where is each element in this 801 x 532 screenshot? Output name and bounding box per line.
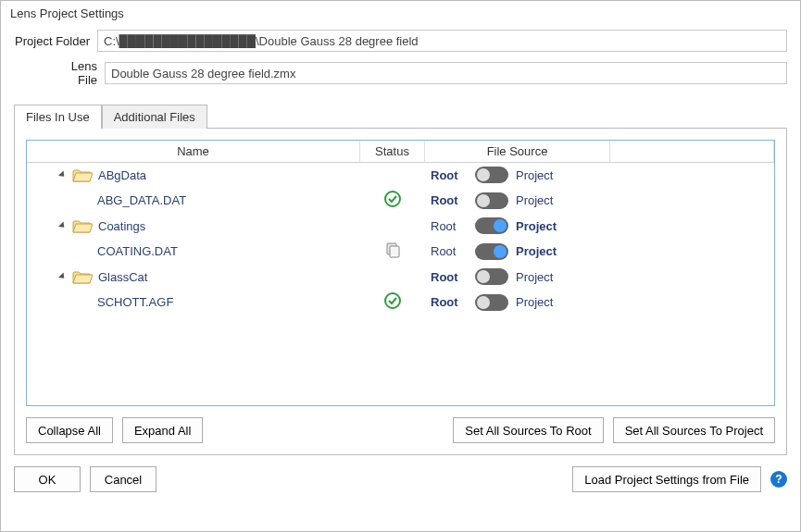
folder-icon <box>72 218 93 233</box>
source-root-label: Root <box>431 270 468 284</box>
source-root-label: Root <box>431 295 468 309</box>
status-ok-icon <box>384 196 401 210</box>
tree-folder-row[interactable]: ABgDataRootProject <box>27 163 774 187</box>
project-folder-label: Project Folder <box>14 34 97 48</box>
source-project-label: Project <box>516 193 553 207</box>
tree-folder-row[interactable]: GlassCatRootProject <box>27 265 774 289</box>
lens-file-label: Lens File <box>49 59 105 87</box>
source-toggle[interactable] <box>475 243 508 260</box>
source-root-label: Root <box>431 244 468 258</box>
cancel-button[interactable]: Cancel <box>90 466 156 492</box>
source-toggle-group: RootProject <box>431 243 605 260</box>
grid-button-row: Collapse All Expand All Set All Sources … <box>26 417 775 443</box>
tree-folder-row[interactable]: CoatingsRootProject <box>27 214 774 238</box>
source-root-label: Root <box>431 193 468 207</box>
status-ok-icon <box>384 298 401 312</box>
status-cell <box>360 265 425 289</box>
source-root-label: Root <box>431 168 468 182</box>
ok-button[interactable]: OK <box>14 466 81 492</box>
tree-file-row[interactable]: SCHOTT.AGFRootProject <box>27 289 774 315</box>
expander-icon[interactable] <box>58 272 67 280</box>
file-grid: Name Status File Source ABgDataRootProje… <box>26 140 775 406</box>
item-name: ABG_DATA.DAT <box>97 193 186 207</box>
item-name: GlassCat <box>98 270 147 284</box>
source-toggle[interactable] <box>475 268 508 285</box>
source-toggle-group: RootProject <box>431 167 605 183</box>
project-folder-input[interactable] <box>97 30 787 52</box>
item-name: Coatings <box>98 219 145 233</box>
item-name: SCHOTT.AGF <box>97 295 173 309</box>
expander-icon[interactable] <box>58 170 67 179</box>
source-project-label: Project <box>516 244 553 258</box>
status-cell <box>360 163 425 187</box>
folder-icon <box>72 269 93 284</box>
project-folder-row: Project Folder <box>14 30 787 52</box>
status-cell <box>360 238 425 265</box>
status-cell <box>360 187 425 214</box>
tab-panel-files-in-use: Name Status File Source ABgDataRootProje… <box>14 128 787 455</box>
load-from-file-button[interactable]: Load Project Settings from File <box>572 466 761 492</box>
source-project-label: Project <box>516 168 553 182</box>
help-icon[interactable]: ? <box>770 471 787 488</box>
expander-icon[interactable] <box>58 221 67 229</box>
source-toggle-group: RootProject <box>431 294 605 311</box>
lens-file-row: Lens File <box>49 59 787 87</box>
set-all-root-button[interactable]: Set All Sources To Root <box>453 417 603 443</box>
status-copy-icon <box>384 247 401 261</box>
dialog-button-bar: OK Cancel Load Project Settings from Fil… <box>1 455 800 503</box>
source-toggle-group: RootProject <box>431 192 605 209</box>
set-all-project-button[interactable]: Set All Sources To Project <box>613 417 775 443</box>
header-status[interactable]: Status <box>360 141 425 163</box>
lens-file-input[interactable] <box>105 62 787 84</box>
header-source[interactable]: File Source <box>425 141 610 163</box>
folder-icon <box>72 167 93 182</box>
status-cell <box>360 214 425 238</box>
source-project-label: Project <box>516 270 553 284</box>
source-project-label: Project <box>516 219 553 233</box>
source-toggle[interactable] <box>475 294 508 311</box>
status-cell <box>360 289 425 315</box>
item-name: ABgData <box>98 168 146 182</box>
header-name[interactable]: Name <box>27 141 360 163</box>
source-project-label: Project <box>516 295 553 309</box>
window-title: Lens Project Settings <box>1 1 800 26</box>
tabstrip: Files In Use Additional Files <box>14 105 787 129</box>
expand-all-button[interactable]: Expand All <box>122 417 203 443</box>
tree-file-row[interactable]: ABG_DATA.DATRootProject <box>27 187 774 214</box>
tab-additional-files[interactable]: Additional Files <box>102 105 207 129</box>
source-toggle[interactable] <box>475 192 508 209</box>
item-name: COATING.DAT <box>97 244 178 258</box>
collapse-all-button[interactable]: Collapse All <box>26 417 113 443</box>
source-toggle[interactable] <box>475 217 508 234</box>
grid-header: Name Status File Source <box>27 141 774 163</box>
tab-files-in-use[interactable]: Files In Use <box>14 105 102 129</box>
tree-file-row[interactable]: COATING.DATRootProject <box>27 238 774 265</box>
header-spacer <box>610 141 774 163</box>
source-toggle-group: RootProject <box>431 268 605 285</box>
source-toggle[interactable] <box>475 167 508 183</box>
source-toggle-group: RootProject <box>431 217 605 234</box>
source-root-label: Root <box>431 219 468 233</box>
